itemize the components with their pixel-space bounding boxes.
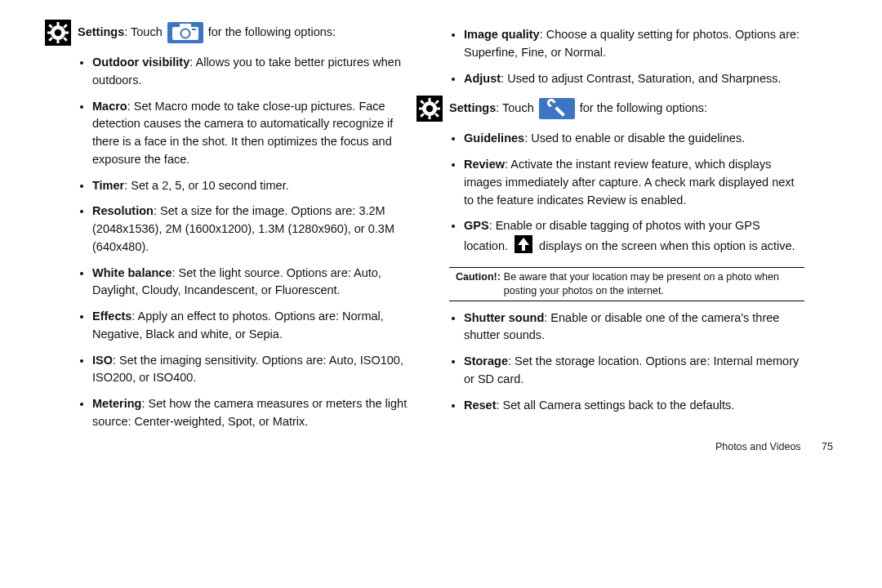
list-item: Image quality: Choose a quality setting … [464, 26, 804, 62]
list-item: Effects: Apply an effect to photos. Opti… [92, 308, 416, 344]
item-title: Image quality [464, 28, 540, 41]
list-item: White balance: Set the light source. Opt… [92, 265, 416, 301]
gear-icon [416, 96, 443, 122]
divider [449, 301, 804, 301]
svg-point-18 [426, 105, 433, 112]
location-icon [514, 235, 532, 259]
caution-label: Caution!: [456, 270, 501, 298]
right-column: Image quality: Choose a quality setting … [441, 18, 804, 439]
list-item: Adjust: Used to adjust Contrast, Saturat… [464, 70, 804, 88]
item-desc: : Apply an effect to photos. Options are… [92, 310, 384, 341]
list-item: GPS: Enable or disable tagging of photos… [464, 217, 804, 259]
touch-text: : Touch [496, 100, 534, 117]
list-item: ISO: Set the imaging sensitivity. Option… [92, 352, 416, 388]
item-title: Adjust [464, 72, 501, 85]
caution-note: Caution!: Be aware that your location ma… [449, 270, 804, 298]
camera-icon [167, 22, 203, 43]
item-title: Timer [92, 179, 124, 192]
svg-rect-21 [419, 108, 423, 110]
list-item: Macro: Set Macro mode to take close-up p… [92, 98, 416, 169]
manual-page: Settings : Touch for the following optio… [0, 0, 882, 448]
list-item: Review: Activate the instant review feat… [464, 156, 804, 209]
item-title: Storage [464, 354, 508, 368]
item-title: Shutter sound [464, 311, 544, 324]
caution-text: Be aware that your location may be prese… [504, 270, 804, 298]
footer-page: 75 [822, 441, 833, 452]
item-title: Review [464, 158, 505, 171]
after-icon-text: for the following options: [580, 100, 707, 117]
svg-rect-5 [47, 32, 51, 34]
gps-list: GPS: Enable or disable tagging of photos… [449, 217, 804, 259]
page-footer: Photos and Videos 75 [715, 441, 833, 452]
settings-row-camera: Settings : Touch for the following optio… [45, 20, 416, 46]
item-title: Macro [92, 100, 127, 113]
gear-icon [45, 20, 71, 46]
svg-rect-15 [192, 29, 196, 30]
svg-rect-22 [436, 108, 440, 110]
svg-rect-20 [429, 115, 431, 119]
item-title: Guidelines [464, 131, 524, 145]
list-item: Metering: Set how the camera measures or… [92, 395, 416, 431]
item-desc2: displays on the screen when this option … [539, 239, 795, 252]
svg-rect-4 [57, 39, 60, 43]
svg-rect-13 [180, 24, 191, 28]
right-top-bullet-list: Image quality: Choose a quality setting … [449, 26, 804, 87]
right-bullet-list-b: Shutter sound: Enable or disable one of … [449, 310, 804, 415]
item-desc: : Used to adjust Contrast, Saturation, a… [501, 72, 781, 85]
svg-rect-6 [65, 32, 69, 34]
item-title: Outdoor visibility [92, 56, 189, 69]
item-title: Reset [464, 399, 497, 412]
item-title: Effects [92, 310, 131, 323]
item-desc: : Used to enable or disable the guidelin… [524, 131, 745, 145]
list-item: Storage: Set the storage location. Optio… [464, 353, 804, 389]
divider [449, 267, 804, 268]
settings-label: Settings [449, 100, 496, 117]
list-item: Reset: Set all Camera settings back to t… [464, 397, 804, 415]
settings-label: Settings [78, 24, 124, 41]
right-bullet-list-a: Guidelines: Used to enable or disable th… [449, 130, 804, 209]
svg-rect-19 [429, 98, 431, 102]
list-item: Timer: Set a 2, 5, or 10 second timer. [92, 177, 416, 195]
list-item: Guidelines: Used to enable or disable th… [464, 130, 804, 148]
after-icon-text: for the following options: [208, 24, 336, 41]
item-title: GPS [464, 219, 489, 232]
item-desc: : Set the storage location. Options are:… [464, 354, 799, 385]
list-item: Outdoor visibility: Allows you to take b… [92, 54, 416, 90]
footer-section: Photos and Videos [715, 441, 801, 452]
left-column: Settings : Touch for the following optio… [78, 18, 441, 439]
item-desc: : Set all Camera settings back to the de… [497, 399, 735, 412]
item-desc: : Set the imaging sensitivity. Options a… [92, 354, 403, 385]
touch-text: : Touch [124, 24, 163, 41]
item-desc: : Activate the instant review feature, w… [464, 158, 795, 207]
svg-point-2 [55, 29, 61, 36]
list-item: Resolution: Set a size for the image. Op… [92, 203, 416, 256]
item-title: ISO [92, 354, 113, 367]
item-title: White balance [92, 266, 172, 279]
item-desc: : Set Macro mode to take close-up pictur… [92, 100, 393, 166]
item-desc: : Set a 2, 5, or 10 second timer. [124, 179, 289, 192]
item-title: Resolution [92, 204, 154, 217]
wrench-icon [539, 98, 575, 119]
list-item: Shutter sound: Enable or disable one of … [464, 310, 804, 345]
settings-row-wrench: Settings : Touch for the following optio… [416, 96, 804, 122]
svg-rect-3 [57, 22, 60, 26]
left-bullet-list: Outdoor visibility: Allows you to take b… [78, 54, 416, 431]
item-title: Metering [92, 397, 141, 410]
